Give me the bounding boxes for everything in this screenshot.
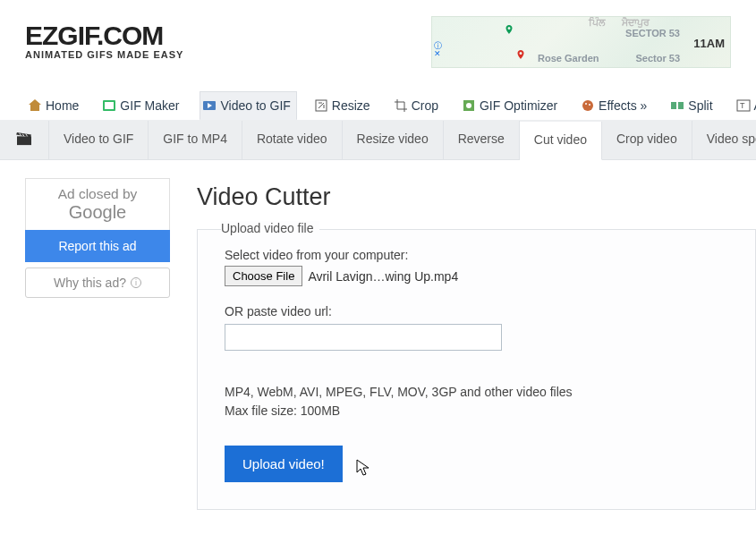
nav-label: Effects » xyxy=(599,98,647,113)
select-file-label: Select video from your computer: xyxy=(225,248,728,262)
primary-nav: Home GIF Maker Video to GIF Resize Crop … xyxy=(0,91,756,121)
nav-home[interactable]: Home xyxy=(25,91,85,120)
nav-label: Crop xyxy=(412,98,438,113)
adchoices-icon[interactable]: ⓘ✕ xyxy=(434,42,446,67)
svg-rect-1 xyxy=(105,102,114,109)
maxsize-text: Max file size: 100MB xyxy=(225,402,728,420)
logo-tagline: ANIMATED GIFS MADE EASY xyxy=(25,49,183,60)
svg-rect-9 xyxy=(671,102,676,109)
page-title: Video Cutter xyxy=(197,183,756,211)
report-ad-button[interactable]: Report this ad xyxy=(25,230,170,262)
nav-optimizer[interactable]: GIF Optimizer xyxy=(459,91,564,120)
sidebar-ad-panel: Ad closed by Google Report this ad Why t… xyxy=(25,178,170,298)
ad-map-banner[interactable]: ⓘ✕ ਮੈਦਾਪੁਰ ਪਿੰਲ SECTOR 53 Sector 53 Rose… xyxy=(431,16,731,68)
selected-filename: Avril Lavign…wing Up.mp4 xyxy=(308,269,458,284)
nav2-crop[interactable]: Crop video xyxy=(602,121,692,159)
nav-effects[interactable]: Effects » xyxy=(578,91,653,120)
nav-video-to-gif[interactable]: Video to GIF xyxy=(200,91,296,120)
map-label: Rose Garden xyxy=(538,53,599,64)
nav2-resize[interactable]: Resize video xyxy=(343,121,444,159)
formats-text: MP4, WebM, AVI, MPEG, FLV, MOV, 3GP and … xyxy=(225,383,728,402)
nav-split[interactable]: Split xyxy=(667,91,718,120)
map-pin-icon xyxy=(515,47,526,62)
ad-closed-line1: Ad closed by xyxy=(26,186,169,202)
why-this-ad-label: Why this ad? xyxy=(54,276,126,290)
svg-rect-10 xyxy=(678,102,684,109)
upload-panel: Upload video file Select video from your… xyxy=(197,229,756,510)
effects-icon xyxy=(581,98,595,113)
svg-point-7 xyxy=(585,103,587,105)
split-icon xyxy=(670,98,684,113)
clapperboard-icon xyxy=(16,132,32,146)
info-icon: i xyxy=(131,277,141,288)
svg-point-6 xyxy=(582,100,593,111)
text-icon: T xyxy=(736,98,751,113)
map-time-label: 11AM xyxy=(693,37,725,50)
url-label: OR paste video url: xyxy=(225,304,728,318)
map-pin-icon xyxy=(504,22,514,37)
nav2-cut[interactable]: Cut video xyxy=(520,122,602,160)
nav2-label: Video to GIF xyxy=(64,132,133,146)
film-icon xyxy=(102,98,116,113)
nav2-video-to-gif[interactable]: Video to GIF xyxy=(49,121,149,159)
resize-icon xyxy=(314,98,328,113)
svg-rect-13 xyxy=(17,136,31,145)
nav2-gif-to-mp4[interactable]: GIF to MP4 xyxy=(149,121,242,159)
map-label: SECTOR 53 xyxy=(625,28,680,38)
site-logo[interactable]: EZGIF.COM ANIMATED GIFS MADE EASY xyxy=(25,23,183,68)
ad-closed-line2: Google xyxy=(26,202,169,223)
nav2-label: Cut video xyxy=(534,132,587,147)
video-icon xyxy=(202,98,217,113)
nav2-label: GIF to MP4 xyxy=(163,132,227,146)
secondary-nav: Video to GIF GIF to MP4 Rotate video Res… xyxy=(0,121,756,160)
map-label: ਪਿੰਲ xyxy=(589,17,605,29)
nav-label: GIF Optimizer xyxy=(480,98,557,113)
nav-label: Video to GIF xyxy=(220,98,290,113)
nav2-speed[interactable]: Video speed xyxy=(692,121,756,159)
upload-video-button[interactable]: Upload video! xyxy=(225,446,343,482)
crop-icon xyxy=(394,98,408,113)
video-url-input[interactable] xyxy=(225,324,502,351)
nav-label: Split xyxy=(688,98,712,113)
nav-add-text[interactable]: T Add text xyxy=(734,91,756,120)
nav2-reverse[interactable]: Reverse xyxy=(444,121,520,159)
nav-gif-maker[interactable]: GIF Maker xyxy=(99,91,185,120)
nav-resize[interactable]: Resize xyxy=(311,91,377,120)
nav2-label: Rotate video xyxy=(257,132,327,146)
nav2-icon-item[interactable] xyxy=(0,121,49,159)
map-label: Sector 53 xyxy=(635,53,680,64)
why-this-ad-button[interactable]: Why this ad? i xyxy=(25,268,170,298)
optimizer-icon xyxy=(462,98,476,113)
svg-text:T: T xyxy=(740,101,745,110)
svg-point-5 xyxy=(466,103,471,108)
nav-crop[interactable]: Crop xyxy=(391,91,445,120)
svg-point-8 xyxy=(589,104,590,106)
panel-legend: Upload video file xyxy=(221,221,319,235)
nav2-label: Crop video xyxy=(616,132,677,146)
logo-text: EZGIF.COM xyxy=(25,23,183,47)
nav2-label: Resize video xyxy=(357,132,429,146)
nav-label: Home xyxy=(46,98,79,113)
choose-file-button[interactable]: Choose File xyxy=(225,266,302,286)
home-icon xyxy=(28,98,42,113)
nav-label: Resize xyxy=(332,98,370,113)
ad-closed-text: Ad closed by Google xyxy=(25,178,170,230)
nav2-label: Reverse xyxy=(458,132,505,146)
nav2-label: Video speed xyxy=(707,132,756,146)
nav-label: GIF Maker xyxy=(120,98,179,113)
nav2-rotate[interactable]: Rotate video xyxy=(242,121,343,159)
